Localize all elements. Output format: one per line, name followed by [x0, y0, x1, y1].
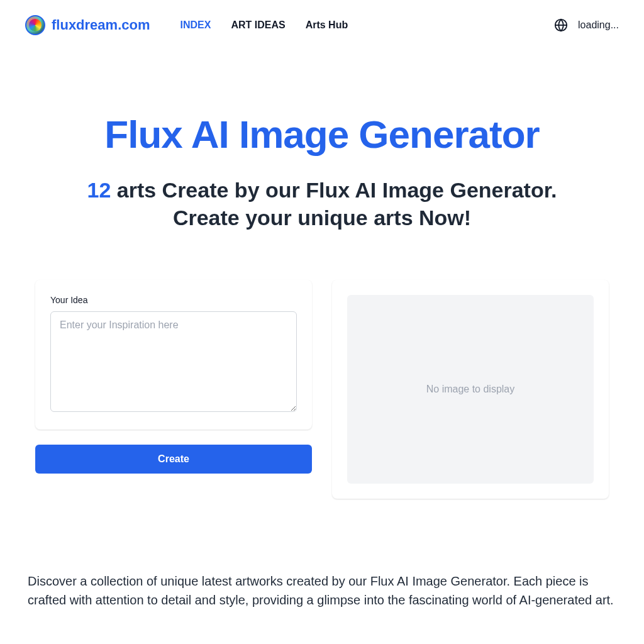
logo-icon — [25, 15, 45, 35]
globe-icon[interactable] — [554, 18, 568, 32]
generator-panels: Your Idea Create No image to display — [0, 257, 644, 521]
image-preview: No image to display — [347, 295, 594, 484]
main-nav: INDEX ART IDEAS Arts Hub — [180, 19, 348, 31]
header: fluxdream.com INDEX ART IDEAS Arts Hub l… — [0, 0, 644, 50]
description-section: Discover a collection of unique latest a… — [0, 521, 644, 635]
logo[interactable]: fluxdream.com — [25, 15, 150, 35]
page-title: Flux AI Image Generator — [38, 113, 606, 156]
brand-name: fluxdream.com — [52, 17, 150, 33]
create-button[interactable]: Create — [35, 445, 312, 474]
arts-count: 12 — [87, 178, 111, 202]
page-subtitle: 12 arts Create by our Flux AI Image Gene… — [38, 176, 606, 231]
loading-status: loading... — [578, 19, 619, 31]
header-right: loading... — [554, 18, 619, 32]
input-card: Your Idea — [35, 280, 312, 430]
idea-input[interactable] — [50, 311, 297, 412]
preview-empty-text: No image to display — [426, 384, 515, 395]
description-text: Discover a collection of unique latest a… — [28, 572, 616, 609]
nav-art-ideas[interactable]: ART IDEAS — [231, 19, 285, 31]
hero-section: Flux AI Image Generator 12 arts Create b… — [0, 50, 644, 257]
preview-card: No image to display — [332, 280, 609, 499]
input-panel: Your Idea Create — [35, 280, 312, 499]
subtitle-text: arts Create by our Flux AI Image Generat… — [111, 178, 557, 230]
preview-panel: No image to display — [332, 280, 609, 499]
nav-index[interactable]: INDEX — [180, 19, 211, 31]
header-left: fluxdream.com INDEX ART IDEAS Arts Hub — [25, 15, 348, 35]
nav-arts-hub[interactable]: Arts Hub — [306, 19, 348, 31]
idea-label: Your Idea — [50, 295, 297, 305]
